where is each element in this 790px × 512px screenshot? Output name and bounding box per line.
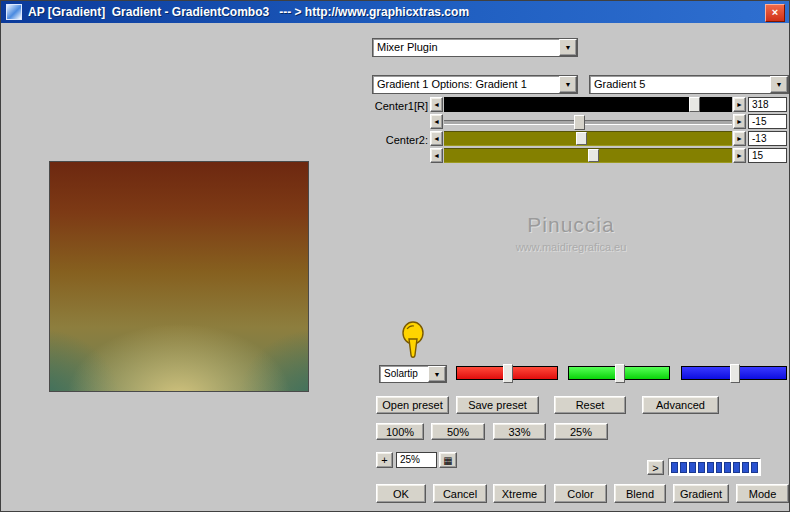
slider4-track[interactable] — [444, 148, 732, 163]
zoom-50-button[interactable]: 50% — [431, 423, 485, 440]
watermark-name: Pinuccia — [456, 213, 686, 237]
gradient-preview — [49, 161, 309, 392]
next-button[interactable]: > — [647, 460, 664, 475]
center2-slider-track[interactable] — [444, 131, 732, 146]
left-arrow-icon: ◄ — [433, 152, 440, 159]
meter-segment — [733, 462, 740, 473]
meter-segment — [751, 462, 758, 473]
plugin-dialog-window: AP [Gradient] Gradient - GradientCombo3 … — [0, 0, 790, 512]
meter-segment — [671, 462, 678, 473]
center1-left-arrow-button[interactable]: ◄ — [430, 97, 443, 112]
center2-right-arrow-button[interactable]: ► — [733, 131, 746, 146]
zoom-33-button[interactable]: 33% — [493, 423, 546, 440]
center2-value-field[interactable]: -13 — [748, 131, 787, 146]
meter-segment — [716, 462, 723, 473]
plus-button[interactable]: + — [376, 452, 393, 468]
right-arrow-icon: ► — [736, 101, 743, 108]
tip-select[interactable]: Solartip ▼ — [379, 365, 447, 383]
cancel-button[interactable]: Cancel — [433, 484, 487, 503]
right-arrow-icon: ► — [736, 118, 743, 125]
gradient-preset-value: Gradient 5 — [590, 76, 770, 93]
gradient-options-value: Gradient 1 Options: Gradient 1 — [373, 76, 559, 93]
progress-meter — [668, 458, 761, 476]
meter-segment — [707, 462, 714, 473]
xtreme-button[interactable]: Xtreme — [493, 484, 546, 503]
center1-slider-track[interactable] — [444, 97, 732, 112]
grid-icon: ▦ — [443, 455, 452, 466]
red-channel-thumb[interactable] — [503, 364, 513, 383]
ok-button[interactable]: OK — [376, 484, 426, 503]
gradient-preset-select[interactable]: Gradient 5 ▼ — [589, 75, 789, 94]
blend-button[interactable]: Blend — [614, 484, 666, 503]
red-channel-slider[interactable] — [456, 366, 558, 380]
slider4-right-arrow-button[interactable]: ► — [733, 148, 746, 163]
meter-segment — [698, 462, 705, 473]
pointer-hand-icon — [400, 321, 426, 365]
meter-segment — [742, 462, 749, 473]
green-channel-slider[interactable] — [568, 366, 670, 380]
center2-label: Center2: — [364, 134, 428, 146]
save-preset-button[interactable]: Save preset — [456, 396, 539, 414]
zoom-value-field[interactable]: 25% — [396, 452, 437, 468]
gradient-button[interactable]: Gradient — [673, 484, 729, 503]
open-preset-button[interactable]: Open preset — [376, 396, 449, 414]
plugin-select-value: Mixer Plugin — [373, 39, 559, 56]
advanced-button[interactable]: Advanced — [642, 396, 719, 414]
window-title: AP [Gradient] Gradient - GradientCombo3 … — [28, 5, 469, 19]
slider2-right-arrow-button[interactable]: ► — [733, 114, 746, 129]
center2-slider-thumb[interactable] — [576, 132, 587, 145]
slider2-thumb[interactable] — [574, 115, 585, 130]
blue-channel-slider[interactable] — [681, 366, 787, 380]
grid-options-button[interactable]: ▦ — [439, 452, 457, 468]
slider4-left-arrow-button[interactable]: ◄ — [430, 148, 443, 163]
chevron-down-icon[interactable]: ▼ — [428, 366, 446, 382]
app-icon — [6, 4, 22, 20]
left-arrow-icon: ◄ — [433, 135, 440, 142]
left-arrow-icon: ◄ — [433, 118, 440, 125]
slider2-track[interactable] — [444, 114, 732, 129]
zoom-25-button[interactable]: 25% — [554, 423, 608, 440]
title-bar[interactable]: AP [Gradient] Gradient - GradientCombo3 … — [1, 1, 789, 23]
right-arrow-icon: ► — [736, 135, 743, 142]
meter-segment — [680, 462, 687, 473]
chevron-down-icon[interactable]: ▼ — [770, 76, 788, 93]
slider4-thumb[interactable] — [588, 149, 599, 162]
close-button[interactable]: × — [765, 4, 785, 22]
center1-value-field[interactable]: 318 — [748, 97, 787, 112]
center1-label: Center1[R] — [364, 100, 428, 112]
green-channel-thumb[interactable] — [615, 364, 625, 383]
right-arrow-icon: ► — [736, 152, 743, 159]
blue-channel-thumb[interactable] — [730, 364, 740, 383]
slider2-value-field[interactable]: -15 — [748, 114, 787, 129]
gradient-options-select[interactable]: Gradient 1 Options: Gradient 1 ▼ — [372, 75, 578, 94]
reset-button[interactable]: Reset — [554, 396, 626, 414]
center2-left-arrow-button[interactable]: ◄ — [430, 131, 443, 146]
slider4-value-field[interactable]: 15 — [748, 148, 787, 163]
meter-segment — [689, 462, 696, 473]
chevron-down-icon[interactable]: ▼ — [559, 76, 577, 93]
left-arrow-icon: ◄ — [433, 101, 440, 108]
center1-right-arrow-button[interactable]: ► — [733, 97, 746, 112]
close-icon: × — [772, 6, 778, 18]
zoom-100-button[interactable]: 100% — [376, 423, 424, 440]
center1-slider-thumb[interactable] — [689, 97, 700, 112]
color-button[interactable]: Color — [554, 484, 607, 503]
tip-select-value: Solartip — [380, 366, 428, 382]
watermark-url: www.maidiregrafica.eu — [456, 241, 686, 253]
chevron-down-icon[interactable]: ▼ — [559, 39, 577, 56]
meter-segment — [724, 462, 731, 473]
plugin-select[interactable]: Mixer Plugin ▼ — [372, 38, 578, 57]
mode-button[interactable]: Mode — [736, 484, 789, 503]
slider2-left-arrow-button[interactable]: ◄ — [430, 114, 443, 129]
